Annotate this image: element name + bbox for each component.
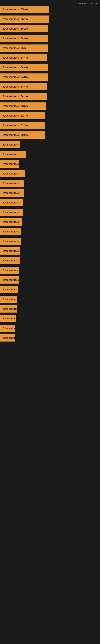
bar-32: Bottleneck res xyxy=(0,315,16,322)
bar-row-16: Bottleneck result4 xyxy=(0,160,100,168)
bar-5: Bottleneck result54.4% xyxy=(0,54,48,62)
bar-33: Bottleneck re xyxy=(0,324,15,332)
bar-label-8: Bottleneck result xyxy=(1,85,20,88)
bar-row-21: Bottleneck result xyxy=(0,208,100,216)
bar-value-10: 53.5% xyxy=(21,105,28,108)
bar-label-18: Bottleneck result xyxy=(1,182,20,185)
row-gap-32 xyxy=(0,322,100,324)
bar-8: Bottleneck result54.4% xyxy=(0,83,48,90)
bar-row-23: Bottleneck result xyxy=(0,228,100,236)
bar-row-9: Bottleneck result54.1% xyxy=(0,92,100,100)
bar-21: Bottleneck result xyxy=(0,209,23,216)
bar-value-12: 52.3% xyxy=(21,124,28,127)
row-gap-4 xyxy=(0,52,100,54)
row-gap-14 xyxy=(0,149,100,150)
bar-6: Bottleneck result54.8% xyxy=(0,64,48,71)
row-gap-18 xyxy=(0,187,100,189)
row-gap-19 xyxy=(0,197,100,199)
bar-label-30: Bottleneck res xyxy=(1,298,18,301)
bar-row-1: Bottleneck result55.7% xyxy=(0,15,100,23)
bar-23: Bottleneck result xyxy=(0,228,21,235)
bar-row-26: Bottleneck result xyxy=(0,256,100,265)
row-gap-34 xyxy=(0,342,100,344)
bar-value-13: 52.2% xyxy=(21,134,28,136)
bar-0: Bottleneck result55.9% xyxy=(0,6,50,13)
bar-row-2: Bottleneck result55.2% xyxy=(0,25,100,33)
bar-row-25: Bottleneck result xyxy=(0,247,100,255)
bar-row-15: Bottleneck result xyxy=(0,150,100,158)
bar-value-7: 54.8% xyxy=(21,76,28,78)
bar-label-26: Bottleneck result xyxy=(1,259,20,262)
bar-label-28: Bottleneck result xyxy=(1,278,20,281)
row-gap-20 xyxy=(0,207,100,208)
bar-row-5: Bottleneck result54.4% xyxy=(0,54,100,62)
bar-row-17: Bottleneck result xyxy=(0,170,100,178)
bar-row-34: Bottleneck res xyxy=(0,334,100,342)
bar-value-9: 54.1% xyxy=(21,95,28,98)
bar-label-21: Bottleneck result xyxy=(1,211,20,214)
bar-7: Bottleneck result54.8% xyxy=(0,74,48,81)
bar-value-0: 55.9% xyxy=(21,8,28,11)
bar-31: Bottleneck res xyxy=(0,305,17,312)
bar-label-13: Bottleneck result xyxy=(1,134,20,136)
bar-row-18: Bottleneck result xyxy=(0,179,100,187)
bar-16: Bottleneck result4 xyxy=(0,160,19,168)
bar-label-12: Bottleneck result xyxy=(1,124,20,127)
site-title: TheBottlenecker.com xyxy=(73,2,98,5)
bar-label-7: Bottleneck result xyxy=(1,76,20,78)
bar-row-30: Bottleneck res xyxy=(0,295,100,303)
bar-label-32: Bottleneck res xyxy=(1,317,18,320)
bar-value-1: 55.7% xyxy=(21,18,28,20)
bar-2: Bottleneck result55.2% xyxy=(0,25,49,32)
bar-13: Bottleneck result52.2% xyxy=(0,132,45,139)
bars-container: Bottleneck result55.9%Bottleneck result5… xyxy=(0,6,100,344)
bar-label-27: Bottleneck result xyxy=(1,269,20,272)
row-gap-23 xyxy=(0,236,100,237)
bar-24: Bottleneck result xyxy=(0,238,21,245)
bar-label-5: Bottleneck result xyxy=(1,56,20,59)
row-gap-26 xyxy=(0,265,100,266)
bar-row-22: Bottleneck result xyxy=(0,218,100,226)
row-gap-17 xyxy=(0,178,100,179)
bar-label-3: Bottleneck result xyxy=(1,37,20,40)
bar-label-9: Bottleneck result xyxy=(1,95,20,98)
row-gap-28 xyxy=(0,284,100,286)
bar-label-16: Bottleneck result xyxy=(1,162,20,166)
bar-1: Bottleneck result55.7% xyxy=(0,16,49,23)
bar-value-8: 54.4% xyxy=(21,85,28,88)
bar-26: Bottleneck result xyxy=(0,257,20,264)
bar-label-23: Bottleneck result xyxy=(1,230,20,233)
bar-28: Bottleneck result xyxy=(0,276,19,284)
row-gap-9 xyxy=(0,100,100,102)
bar-row-33: Bottleneck re xyxy=(0,324,100,332)
bar-4: Bottleneck result55% xyxy=(0,44,48,52)
bar-10: Bottleneck result53.5% xyxy=(0,102,46,110)
row-gap-0 xyxy=(0,14,100,15)
row-gap-30 xyxy=(0,303,100,305)
row-gap-2 xyxy=(0,33,100,34)
bar-label-2: Bottleneck result xyxy=(1,27,20,30)
row-gap-21 xyxy=(0,216,100,218)
bar-label-33: Bottleneck re xyxy=(1,327,16,330)
row-gap-29 xyxy=(0,294,100,295)
bar-label-6: Bottleneck result xyxy=(1,66,20,69)
bar-34: Bottleneck res xyxy=(0,334,15,342)
row-gap-24 xyxy=(0,245,100,247)
bar-row-28: Bottleneck result xyxy=(0,276,100,284)
bar-label-31: Bottleneck res xyxy=(1,308,18,310)
bar-row-27: Bottleneck result xyxy=(0,266,100,274)
bar-22: Bottleneck result xyxy=(0,218,22,226)
bar-row-20: Bottleneck result xyxy=(0,199,100,207)
bar-label-4: Bottleneck result xyxy=(1,47,20,50)
bar-value-5: 54.4% xyxy=(21,56,28,59)
row-gap-13 xyxy=(0,139,100,141)
bar-row-13: Bottleneck result52.2% xyxy=(0,131,100,139)
bar-30: Bottleneck res xyxy=(0,296,17,303)
row-gap-12 xyxy=(0,130,100,131)
row-gap-7 xyxy=(0,81,100,83)
bar-label-20: Bottleneck result xyxy=(1,201,20,204)
row-gap-31 xyxy=(0,313,100,314)
bar-row-24: Bottleneck result xyxy=(0,237,100,245)
row-gap-3 xyxy=(0,42,100,44)
row-gap-33 xyxy=(0,332,100,334)
